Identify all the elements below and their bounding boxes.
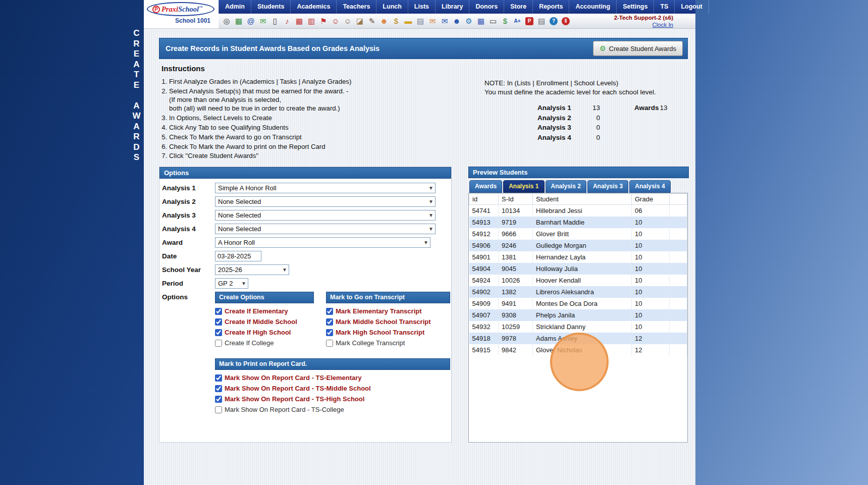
tab-analysis-3[interactable]: Analysis 3 — [587, 180, 628, 193]
clock-in-link[interactable]: Clock In — [614, 21, 673, 28]
checkbox-mark-show-on-report-card-ts-elementary[interactable] — [215, 374, 222, 382]
checkbox-mark-middle-school-transcript[interactable] — [326, 318, 333, 326]
tags-icon[interactable]: ◪ — [354, 15, 366, 27]
power-icon[interactable]: ‖ — [560, 15, 572, 27]
table-row[interactable]: 549069246Gulledge Morgan10 — [469, 240, 687, 251]
checkbox-row-create-if-high-school[interactable]: Create If High School — [215, 327, 314, 338]
checkbox-mark-high-school-transcript[interactable] — [326, 329, 333, 336]
nav-item-lists[interactable]: Lists — [408, 0, 436, 14]
checkbox-row-mark-high-school-transcript[interactable]: Mark High School Transcript — [326, 327, 450, 338]
search-icon[interactable]: ◎ — [221, 15, 233, 27]
tab-analysis-4[interactable]: Analysis 4 — [629, 180, 670, 193]
checkbox-mark-show-on-report-card-ts-college[interactable] — [215, 406, 222, 413]
create-student-awards-button[interactable]: ⚙ Create Student Awards — [593, 41, 683, 56]
nav-item-accounting[interactable]: Accounting — [569, 0, 617, 14]
checkbox-mark-college-transcript[interactable] — [326, 340, 333, 347]
table-row[interactable]: 549139719Barnhart Maddie10 — [469, 217, 687, 228]
table-row[interactable]: 549079308Phelps Janila10 — [469, 309, 687, 321]
table-row[interactable]: 549011381Hernandez Layla10 — [469, 251, 687, 263]
tab-awards[interactable]: Awards — [469, 180, 502, 193]
table-row[interactable]: 549099491Montes De Oca Dora10 — [469, 298, 687, 309]
student-add-icon[interactable]: ☺ — [330, 15, 342, 27]
nav-item-logout[interactable]: Logout — [675, 0, 709, 14]
student-icon[interactable]: ☺ — [342, 15, 354, 27]
checkbox-row-mark-show-on-report-card-ts-college[interactable]: Mark Show On Report Card - TS-College — [215, 404, 450, 415]
keyboard-icon[interactable]: ▭ — [487, 15, 499, 27]
checkbox-row-mark-college-transcript[interactable]: Mark College Transcript — [326, 338, 450, 348]
nav-item-library[interactable]: Library — [436, 0, 469, 14]
analysis4-select[interactable]: None Selected ▼ — [215, 224, 436, 234]
checkbox-create-if-elementary[interactable] — [215, 308, 222, 315]
table-row[interactable]: 5474110134Hillebrand Jessi06 — [469, 205, 687, 217]
people-icon[interactable]: ☻ — [378, 15, 390, 27]
calendar-icon[interactable]: ▦ — [293, 15, 305, 27]
analysis2-select[interactable]: None Selected ▼ — [215, 196, 436, 207]
pdf-icon[interactable]: P — [523, 15, 535, 27]
edit-icon[interactable]: ✎ — [366, 15, 378, 27]
report-card-group: Mark to Print on Report Card. Mark Show … — [215, 358, 450, 415]
gear-icon[interactable]: ⚙ — [463, 15, 475, 27]
page-title-bar: Create Records in Student Awards Based o… — [159, 38, 688, 59]
checkbox-create-if-middle-school[interactable] — [215, 318, 222, 326]
nav-item-reports[interactable]: Reports — [533, 0, 569, 14]
speaker-icon[interactable]: ♪ — [281, 15, 293, 27]
checkbox-create-if-college[interactable] — [215, 340, 222, 347]
praxischool-logo[interactable]: P PraxiSchool™ — [147, 2, 214, 16]
analysis1-select[interactable]: Simple A Honor Roll ▼ — [215, 183, 436, 193]
table-row[interactable]: 5492410026Hoover Kendall10 — [469, 275, 687, 286]
nav-item-academics[interactable]: Academics — [291, 0, 337, 14]
nav-item-teachers[interactable]: Teachers — [337, 0, 376, 14]
nav-item-students[interactable]: Students — [251, 0, 291, 14]
help-icon[interactable]: ? — [548, 15, 560, 27]
money-icon[interactable]: $ — [390, 15, 402, 27]
nav-item-store[interactable]: Store — [504, 0, 533, 14]
directory-icon[interactable]: ☻ — [451, 15, 463, 27]
checkbox-row-create-if-elementary[interactable]: Create If Elementary — [215, 306, 314, 316]
notepad-icon[interactable]: ▤ — [414, 15, 426, 27]
checkbox-create-if-high-school[interactable] — [215, 329, 222, 336]
nav-item-donors[interactable]: Donors — [469, 0, 504, 14]
chevron-down-icon: ▼ — [426, 226, 433, 232]
mail-send-icon[interactable]: ✉ — [439, 15, 451, 27]
nav-item-settings[interactable]: Settings — [617, 0, 654, 14]
checkbox-row-mark-middle-school-transcript[interactable]: Mark Middle School Transcript — [326, 316, 450, 327]
checkbox-mark-show-on-report-card-ts-high-school[interactable] — [215, 396, 222, 403]
checkbox-row-create-if-middle-school[interactable]: Create If Middle School — [215, 316, 314, 327]
chat-icon[interactable]: ✉ — [257, 15, 269, 27]
analysis3-select[interactable]: None Selected ▼ — [215, 210, 436, 221]
nav-item-admin[interactable]: Admin — [219, 0, 251, 14]
mail-orange-icon[interactable]: ✉ — [426, 15, 439, 27]
nav-item-lunch[interactable]: Lunch — [376, 0, 408, 14]
spreadsheet-icon[interactable]: ▦ — [233, 15, 245, 27]
table-row[interactable]: 5493210259Strickland Danny10 — [469, 321, 687, 333]
period-select[interactable]: GP 2 ▼ — [215, 278, 248, 289]
mobile-phone-icon[interactable]: ▯ — [269, 15, 281, 27]
tab-analysis-2[interactable]: Analysis 2 — [546, 180, 586, 193]
announcement-icon[interactable]: ⚑ — [317, 15, 330, 27]
cash-register-icon[interactable]: $ — [499, 15, 511, 27]
school-year-select[interactable]: 2025-26 ▼ — [215, 264, 289, 275]
checkbox-mark-elementary-transcript[interactable] — [326, 308, 333, 315]
checkbox-row-mark-show-on-report-card-ts-high-school[interactable]: Mark Show On Report Card - TS-High Schoo… — [215, 394, 450, 404]
calendar-alt-icon[interactable]: ▥ — [305, 15, 317, 27]
table-row[interactable]: 549049045Holloway Julia10 — [469, 263, 687, 275]
checkbox-row-mark-elementary-transcript[interactable]: Mark Elementary Transcript — [326, 306, 450, 316]
printer-icon[interactable]: ▤ — [535, 15, 548, 27]
checkbox-mark-show-on-report-card-ts-middle-school[interactable] — [215, 385, 222, 392]
tab-analysis-1[interactable]: Analysis 1 — [503, 180, 544, 193]
table-icon[interactable]: ▦ — [475, 15, 487, 27]
grades-icon[interactable]: A+ — [511, 15, 523, 27]
checkbox-row-mark-show-on-report-card-ts-middle-school[interactable]: Mark Show On Report Card - TS-Middle Sch… — [215, 383, 450, 394]
table-row[interactable]: 549021382Libreros Aleksandra10 — [469, 286, 687, 298]
date-input[interactable] — [215, 251, 261, 261]
payment-card-icon[interactable]: ▬ — [402, 15, 414, 27]
award-select[interactable]: A Honor Roll ▼ — [215, 237, 430, 248]
table-row[interactable]: 549129666Glover Britt10 — [469, 228, 687, 240]
checkbox-row-create-if-college[interactable]: Create If College — [215, 338, 314, 348]
table-row[interactable]: 549159842Glover Nicholas12 — [469, 344, 687, 356]
email-icon[interactable]: @ — [245, 15, 257, 27]
table-row[interactable]: 549189978Adams Ashley12 — [469, 333, 687, 344]
content-area: Create Records in Student Awards Based o… — [144, 29, 695, 485]
checkbox-row-mark-show-on-report-card-ts-elementary[interactable]: Mark Show On Report Card - TS-Elementary — [215, 372, 450, 383]
nav-item-ts[interactable]: TS — [654, 0, 675, 14]
